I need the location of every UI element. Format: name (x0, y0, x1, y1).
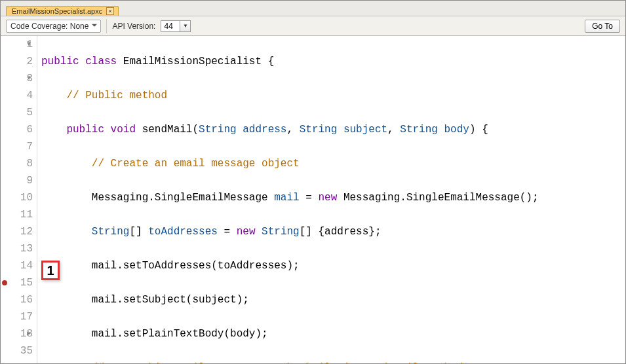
code-area[interactable]: public class EmailMissionSpecialist { //… (37, 36, 625, 363)
gutter: 1▼ 2 3▼ 4 5 6 7 8 9 10 11 12 13 14 15 16… (1, 36, 37, 363)
divider (106, 19, 107, 33)
code-coverage-dropdown[interactable]: Code Coverage: None (6, 20, 101, 33)
close-icon[interactable]: × (106, 7, 114, 15)
file-tab[interactable]: EmailMissionSpecialist.apxc × (6, 6, 119, 16)
api-version-label: API Version: (112, 22, 155, 31)
fold-arrow-icon[interactable]: ▶ (27, 325, 31, 342)
code-editor[interactable]: 1▼ 2 3▼ 4 5 6 7 8 9 10 11 12 13 14 15 16… (1, 36, 625, 363)
tab-title: EmailMissionSpecialist.apxc (12, 7, 102, 15)
toolbar: Code Coverage: None API Version: ▼ Go To (1, 16, 625, 36)
chevron-down-icon[interactable]: ▼ (180, 20, 191, 32)
fold-arrow-icon[interactable]: ▼ (27, 36, 31, 53)
breakpoint-icon[interactable] (2, 280, 7, 285)
api-version-select[interactable]: ▼ (161, 20, 191, 32)
tab-bar: EmailMissionSpecialist.apxc × (1, 1, 625, 16)
fold-arrow-icon[interactable]: ▼ (27, 70, 31, 87)
goto-button[interactable]: Go To (585, 20, 620, 33)
api-version-input[interactable] (161, 20, 180, 32)
callout-marker-1: 1 (41, 261, 60, 280)
